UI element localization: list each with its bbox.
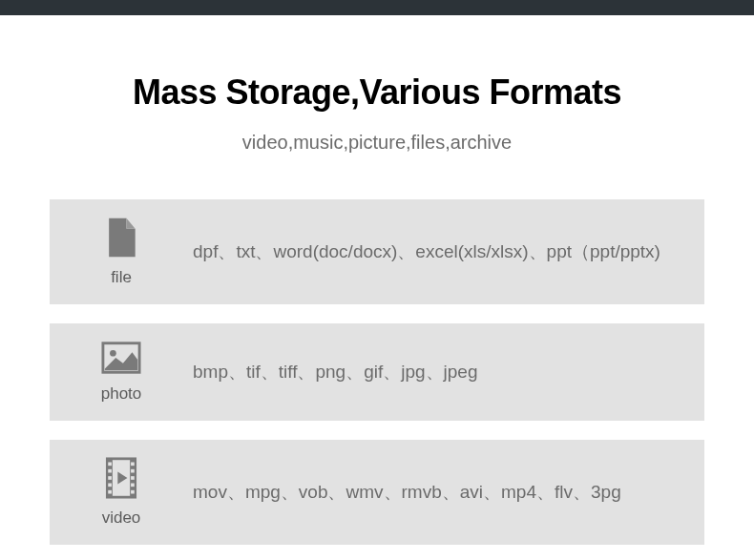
card-video: video mov、mpg、vob、wmv、rmvb、avi、mp4、flv、3… [50,440,704,545]
page-title: Mass Storage,Various Formats [50,73,704,113]
svg-rect-12 [131,476,135,480]
icon-section-video: video [50,457,193,528]
icon-label-photo: photo [101,384,142,404]
svg-rect-6 [108,469,112,473]
formats-video: mov、mpg、vob、wmv、rmvb、avi、mp4、flv、3pg [193,478,704,507]
svg-rect-7 [108,476,112,480]
icon-label-file: file [111,268,132,287]
card-photo: photo bmp、tif、tiff、png、gif、jpg、jpeg [50,323,704,421]
formats-file: dpf、txt、word(doc/docx)、excel(xls/xlsx)、p… [193,238,704,266]
svg-rect-11 [131,469,135,473]
icon-section-photo: photo [50,341,193,404]
video-icon [102,457,140,503]
formats-photo: bmp、tif、tiff、png、gif、jpg、jpeg [193,358,704,386]
main-content: Mass Storage,Various Formats video,music… [0,15,754,545]
svg-point-1 [110,350,116,357]
svg-rect-10 [131,463,135,467]
svg-rect-8 [108,484,112,487]
icon-label-video: video [102,508,141,528]
file-icon [102,217,140,262]
card-file: file dpf、txt、word(doc/docx)、excel(xls/xl… [50,199,704,304]
svg-rect-14 [131,490,135,494]
top-bar [0,0,754,15]
svg-rect-5 [108,463,112,467]
page-subtitle: video,music,picture,files,archive [50,132,704,154]
icon-section-file: file [50,217,193,287]
photo-icon [101,341,141,379]
svg-rect-9 [108,490,112,494]
svg-rect-13 [131,484,135,487]
